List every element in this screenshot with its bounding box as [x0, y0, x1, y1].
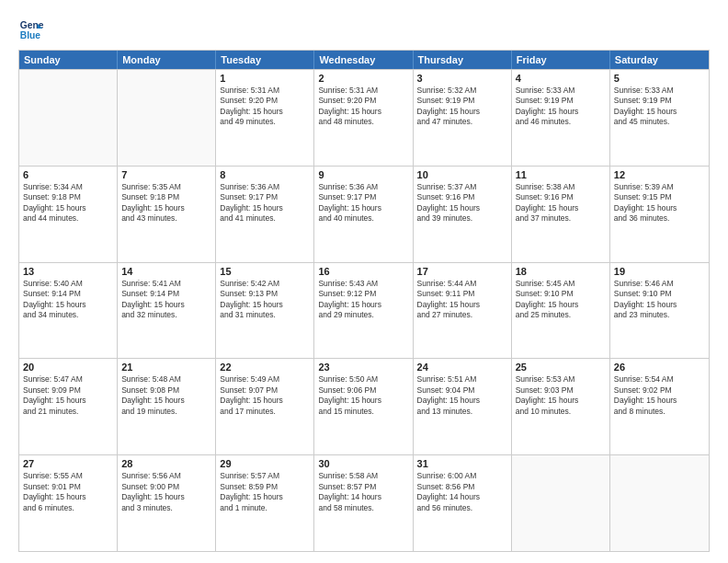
cell-info-line: Daylight: 14 hours: [318, 492, 408, 502]
cell-info-line: Sunset: 9:14 PM: [23, 289, 113, 299]
empty-cell: [610, 455, 709, 551]
cell-info-line: and 43 minutes.: [121, 213, 211, 224]
cell-info-line: Daylight: 15 hours: [220, 300, 310, 310]
cell-info-line: Sunrise: 5:40 AM: [23, 279, 113, 289]
cell-info-line: Sunrise: 5:49 AM: [220, 374, 310, 385]
day-number: 19: [614, 266, 705, 277]
cell-info-line: Sunset: 9:01 PM: [23, 482, 113, 492]
day-number: 15: [220, 266, 310, 277]
calendar: SundayMondayTuesdayWednesdayThursdayFrid…: [18, 50, 710, 552]
calendar-day-cell: 29Sunrise: 5:57 AMSunset: 8:59 PMDayligh…: [216, 455, 314, 551]
cell-info-line: Sunset: 8:57 PM: [318, 482, 408, 492]
cell-info-line: Sunset: 9:16 PM: [417, 192, 507, 202]
cell-info-line: Sunrise: 5:44 AM: [417, 279, 507, 289]
cell-info-line: Daylight: 15 hours: [318, 107, 408, 117]
calendar-header: SundayMondayTuesdayWednesdayThursdayFrid…: [19, 51, 709, 69]
cell-info-line: and 6 minutes.: [23, 503, 113, 513]
cell-info-line: Sunrise: 5:39 AM: [614, 182, 705, 192]
cell-info-line: Sunset: 9:00 PM: [121, 482, 211, 492]
weekday-header: Tuesday: [216, 51, 314, 69]
cell-info-line: Daylight: 15 hours: [516, 300, 606, 310]
cell-info-line: Sunrise: 5:51 AM: [417, 374, 507, 385]
cell-info-line: Sunrise: 5:38 AM: [516, 182, 606, 192]
page: General Blue SundayMondayTuesdayWednesda…: [0, 0, 728, 563]
day-number: 18: [516, 266, 606, 277]
calendar-day-cell: 7Sunrise: 5:35 AMSunset: 9:18 PMDaylight…: [118, 167, 216, 262]
cell-info-line: Sunrise: 5:55 AM: [23, 471, 113, 481]
cell-info-line: Sunrise: 5:56 AM: [121, 471, 211, 481]
cell-info-line: Sunset: 9:20 PM: [220, 96, 310, 106]
cell-info-line: Sunrise: 6:00 AM: [417, 471, 507, 481]
cell-info-line: Sunrise: 5:43 AM: [318, 279, 408, 289]
cell-info-line: Daylight: 15 hours: [220, 396, 310, 406]
cell-info-line: Sunrise: 5:46 AM: [614, 279, 705, 289]
day-number: 25: [516, 362, 606, 373]
cell-info-line: Sunset: 9:09 PM: [23, 385, 113, 396]
cell-info-line: Daylight: 15 hours: [417, 107, 507, 117]
cell-info-line: Sunset: 9:06 PM: [318, 385, 408, 396]
day-number: 7: [121, 169, 211, 180]
day-number: 29: [220, 458, 310, 469]
calendar-day-cell: 12Sunrise: 5:39 AMSunset: 9:15 PMDayligh…: [610, 167, 709, 262]
calendar-day-cell: 26Sunrise: 5:54 AMSunset: 9:02 PMDayligh…: [610, 359, 709, 454]
cell-info-line: Sunrise: 5:31 AM: [220, 86, 310, 96]
cell-info-line: Daylight: 15 hours: [23, 300, 113, 310]
calendar-day-cell: 24Sunrise: 5:51 AMSunset: 9:04 PMDayligh…: [414, 359, 512, 454]
day-number: 3: [417, 73, 507, 84]
weekday-header: Wednesday: [314, 51, 413, 69]
svg-text:Blue: Blue: [20, 30, 41, 40]
cell-info-line: and 21 minutes.: [23, 407, 113, 417]
cell-info-line: and 32 minutes.: [121, 310, 211, 320]
cell-info-line: Daylight: 15 hours: [220, 203, 310, 213]
day-number: 28: [121, 458, 211, 469]
cell-info-line: Daylight: 15 hours: [121, 300, 211, 310]
cell-info-line: Sunset: 9:08 PM: [121, 385, 211, 396]
day-number: 12: [614, 169, 705, 180]
weekday-header: Monday: [118, 51, 216, 69]
day-number: 10: [417, 169, 507, 180]
cell-info-line: Daylight: 15 hours: [318, 396, 408, 406]
calendar-body: 1Sunrise: 5:31 AMSunset: 9:20 PMDaylight…: [19, 69, 709, 551]
calendar-row: 13Sunrise: 5:40 AMSunset: 9:14 PMDayligh…: [19, 262, 709, 359]
cell-info-line: and 47 minutes.: [417, 117, 507, 127]
cell-info-line: Daylight: 15 hours: [220, 107, 310, 117]
calendar-day-cell: 19Sunrise: 5:46 AMSunset: 9:10 PMDayligh…: [610, 263, 709, 359]
cell-info-line: Daylight: 15 hours: [516, 396, 606, 406]
cell-info-line: Sunset: 9:10 PM: [516, 289, 606, 299]
cell-info-line: Sunset: 8:59 PM: [220, 482, 310, 492]
calendar-day-cell: 31Sunrise: 6:00 AMSunset: 8:56 PMDayligh…: [414, 455, 512, 551]
cell-info-line: and 37 minutes.: [516, 213, 606, 224]
cell-info-line: and 15 minutes.: [318, 407, 408, 417]
cell-info-line: Sunrise: 5:58 AM: [318, 471, 408, 481]
calendar-day-cell: 18Sunrise: 5:45 AMSunset: 9:10 PMDayligh…: [512, 263, 610, 359]
day-number: 5: [614, 73, 705, 84]
calendar-day-cell: 1Sunrise: 5:31 AMSunset: 9:20 PMDaylight…: [216, 70, 314, 166]
cell-info-line: Sunset: 9:19 PM: [417, 96, 507, 106]
calendar-day-cell: 5Sunrise: 5:33 AMSunset: 9:19 PMDaylight…: [610, 70, 709, 166]
empty-cell: [512, 455, 610, 551]
cell-info-line: Sunrise: 5:33 AM: [614, 86, 705, 96]
calendar-day-cell: 28Sunrise: 5:56 AMSunset: 9:00 PMDayligh…: [118, 455, 216, 551]
cell-info-line: Sunset: 9:13 PM: [220, 289, 310, 299]
cell-info-line: Daylight: 14 hours: [417, 492, 507, 502]
cell-info-line: Daylight: 15 hours: [614, 300, 705, 310]
calendar-row: 6Sunrise: 5:34 AMSunset: 9:18 PMDaylight…: [19, 166, 709, 262]
logo: General Blue: [18, 17, 44, 42]
cell-info-line: Daylight: 15 hours: [121, 396, 211, 406]
cell-info-line: Sunset: 9:11 PM: [417, 289, 507, 299]
cell-info-line: Daylight: 15 hours: [417, 300, 507, 310]
calendar-day-cell: 17Sunrise: 5:44 AMSunset: 9:11 PMDayligh…: [414, 263, 512, 359]
calendar-day-cell: 3Sunrise: 5:32 AMSunset: 9:19 PMDaylight…: [414, 70, 512, 166]
cell-info-line: Sunset: 9:18 PM: [121, 192, 211, 202]
calendar-day-cell: 4Sunrise: 5:33 AMSunset: 9:19 PMDaylight…: [512, 70, 610, 166]
cell-info-line: Sunset: 9:17 PM: [318, 192, 408, 202]
weekday-header: Saturday: [610, 51, 709, 69]
cell-info-line: Daylight: 15 hours: [614, 396, 705, 406]
day-number: 27: [23, 458, 113, 469]
cell-info-line: Daylight: 15 hours: [417, 396, 507, 406]
day-number: 14: [121, 266, 211, 277]
calendar-day-cell: 11Sunrise: 5:38 AMSunset: 9:16 PMDayligh…: [512, 167, 610, 262]
cell-info-line: Sunrise: 5:35 AM: [121, 182, 211, 192]
cell-info-line: and 56 minutes.: [417, 503, 507, 513]
cell-info-line: Sunrise: 5:48 AM: [121, 374, 211, 385]
